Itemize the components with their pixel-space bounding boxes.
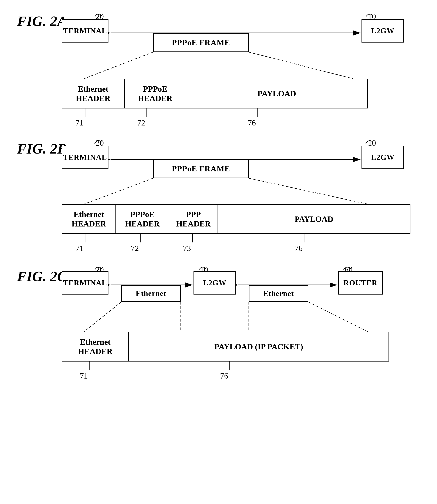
svg-line-28 bbox=[308, 302, 368, 332]
dashed-lines-2c bbox=[0, 0, 437, 425]
svg-line-27 bbox=[84, 302, 121, 332]
tick-71-2c bbox=[83, 362, 96, 372]
tick-76-2c bbox=[223, 362, 236, 372]
ref-76-2c: 76 bbox=[220, 371, 228, 380]
ref-71-2c: 71 bbox=[80, 371, 88, 380]
payload-ip-cell-2c: PAYLOAD (IP PACKET) bbox=[128, 332, 388, 361]
frame-2c: EthernetHEADER PAYLOAD (IP PACKET) bbox=[62, 332, 389, 362]
eth-header-cell-2c: EthernetHEADER bbox=[62, 332, 128, 361]
